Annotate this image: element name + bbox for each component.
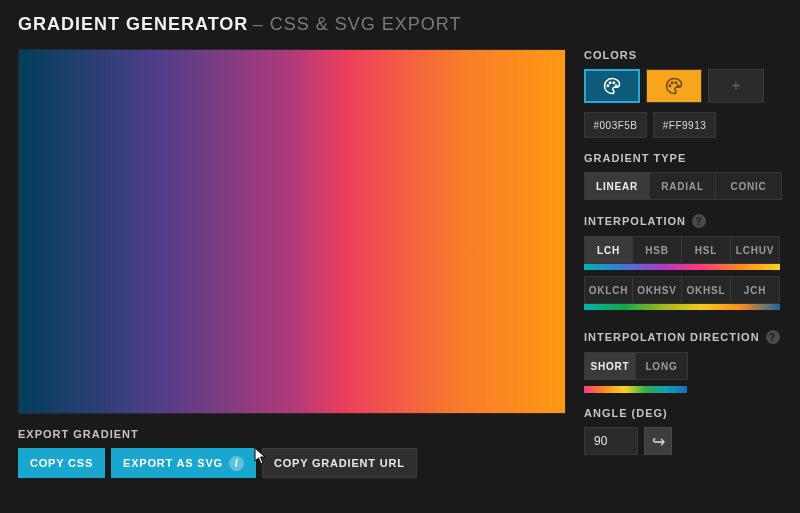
- svg-point-3: [615, 85, 617, 87]
- copy-url-button[interactable]: COPY GRADIENT URL: [262, 448, 417, 478]
- dir-short[interactable]: SHORT: [584, 352, 636, 380]
- export-label: EXPORT GRADIENT: [18, 428, 566, 440]
- plus-icon: +: [731, 77, 740, 95]
- interp-jch[interactable]: JCH: [731, 276, 780, 304]
- interp-lch[interactable]: LCH: [584, 236, 633, 264]
- color-hex-1[interactable]: #FF9913: [653, 112, 716, 138]
- svg-point-2: [613, 82, 615, 84]
- interp-strip-2: [584, 304, 780, 310]
- svg-point-5: [671, 82, 673, 84]
- interp-oklch[interactable]: OKLCH: [584, 276, 633, 304]
- page-title-sep: –: [253, 14, 270, 34]
- colors-label: COLORS: [584, 49, 782, 61]
- gradient-type-conic[interactable]: CONIC: [716, 172, 782, 200]
- export-svg-button[interactable]: EXPORT AS SVG i: [111, 448, 256, 478]
- palette-icon: [665, 77, 683, 95]
- help-icon[interactable]: ?: [692, 214, 706, 228]
- gradient-type-linear[interactable]: LINEAR: [584, 172, 650, 200]
- dir-long[interactable]: LONG: [636, 352, 688, 380]
- copy-css-button[interactable]: COPY CSS: [18, 448, 105, 478]
- dir-strip: [584, 386, 687, 393]
- svg-point-1: [609, 82, 611, 84]
- svg-point-7: [677, 85, 679, 87]
- color-swatch-0[interactable]: [584, 69, 640, 103]
- interp-direction-label: INTERPOLATION DIRECTION ?: [584, 330, 782, 344]
- help-icon[interactable]: ?: [766, 330, 780, 344]
- add-color-button[interactable]: +: [708, 69, 764, 103]
- interp-lchuv[interactable]: LCHUV: [731, 236, 780, 264]
- info-icon: i: [229, 456, 244, 471]
- angle-label: ANGLE (DEG): [584, 407, 782, 419]
- svg-point-6: [675, 82, 677, 84]
- svg-point-0: [607, 85, 609, 87]
- color-swatch-1[interactable]: [646, 69, 702, 103]
- interp-strip-1: [584, 264, 780, 270]
- reverse-icon: ↪: [652, 432, 665, 451]
- page-title: GRADIENT GENERATOR: [18, 14, 248, 34]
- gradient-preview: [18, 49, 566, 414]
- interp-okhsv[interactable]: OKHSV: [633, 276, 682, 304]
- angle-input[interactable]: 90: [584, 427, 638, 455]
- gradient-type-label: GRADIENT TYPE: [584, 152, 782, 164]
- interpolation-label: INTERPOLATION ?: [584, 214, 782, 228]
- color-hex-0[interactable]: #003F5B: [584, 112, 647, 138]
- interp-okhsl[interactable]: OKHSL: [682, 276, 731, 304]
- gradient-type-radial[interactable]: RADIAL: [650, 172, 716, 200]
- svg-point-4: [669, 85, 671, 87]
- palette-icon: [603, 77, 621, 95]
- angle-reverse-button[interactable]: ↪: [644, 427, 672, 455]
- page-subtitle: CSS & SVG EXPORT: [270, 14, 462, 34]
- interp-hsb[interactable]: HSB: [633, 236, 682, 264]
- interp-hsl[interactable]: HSL: [682, 236, 731, 264]
- page-title-row: GRADIENT GENERATOR – CSS & SVG EXPORT: [18, 14, 780, 35]
